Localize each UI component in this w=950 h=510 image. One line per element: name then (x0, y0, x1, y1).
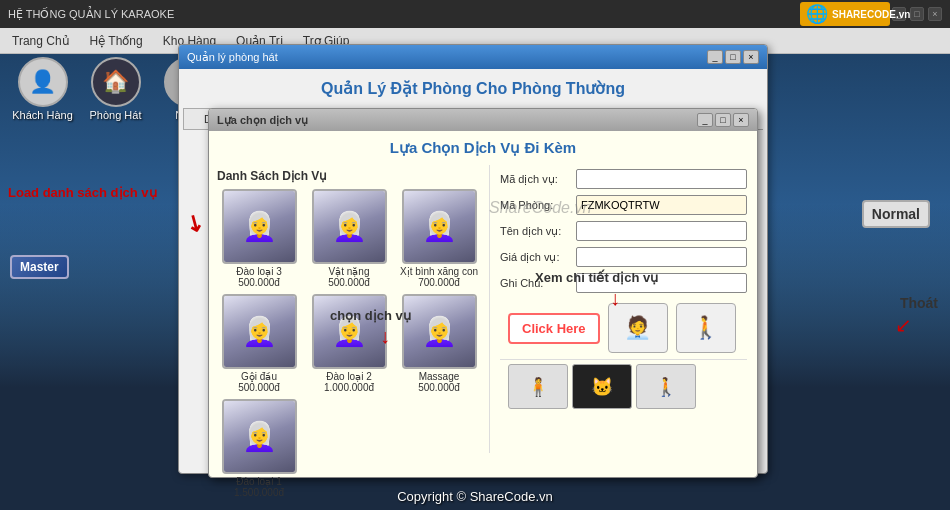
watermark: ShareCode.vn (489, 199, 591, 217)
annotation-xem-chitiet: Xem chi tiết dịch vụ (535, 270, 658, 285)
field-row-giadv: Giá dịch vụ: (500, 247, 747, 267)
service-price-5: 500.000đ (418, 382, 460, 393)
gia-dv-input[interactable] (576, 247, 747, 267)
modal-service-minimize[interactable]: _ (697, 113, 713, 127)
service-img-5: 👩‍🦳 (402, 294, 477, 369)
nav-he-thong[interactable]: Hệ Thống (86, 32, 147, 50)
service-list-title: Danh Sách Dịch Vụ (217, 169, 481, 183)
arrow-xem-chitiet: ↓ (610, 287, 620, 310)
khach-hang-avatar: 👤 (18, 57, 68, 107)
sharecode-logo: 🌐 SHARECODE.vn (800, 2, 890, 26)
nav-trang-chu[interactable]: Trang Chủ (8, 32, 74, 50)
modal-service-title-text: Lựa chọn dịch vụ (217, 114, 308, 127)
modal-service: Lựa chọn dịch vụ _ □ × Lựa Chọn Dịch Vụ … (208, 108, 758, 478)
service-img-1: 👩‍🦳 (312, 189, 387, 264)
service-img-0: 👩‍🦳 (222, 189, 297, 264)
modal-main-close[interactable]: × (743, 50, 759, 64)
maximize-btn[interactable]: □ (910, 7, 924, 21)
modal-service-close[interactable]: × (733, 113, 749, 127)
view-service-button[interactable]: 🧑‍💼 (608, 303, 668, 353)
bottom-image-strip: 🧍 🐱 🚶 (500, 359, 747, 413)
arrow-chon-dv: ↓ (380, 325, 390, 348)
service-price-0: 500.000đ (238, 277, 280, 288)
modal-service-header: Lựa Chọn Dịch Vụ Đi Kèm (209, 131, 757, 165)
service-price-1: 500.000đ (328, 277, 370, 288)
service-item-6[interactable]: 👩‍🦳 Đào loại 1 1.500.000đ (217, 399, 301, 498)
phong-hat-avatar: 🏠 (91, 57, 141, 107)
modal-main-maximize[interactable]: □ (725, 50, 741, 64)
phong-hat-label: Phòng Hát (90, 109, 142, 121)
service-img-6: 👩‍🦳 (222, 399, 297, 474)
service-grid: 👩‍🦳 Đào loại 3 500.000đ 👩‍🦳 Vật nặng 500… (217, 189, 481, 498)
modal-service-title-bar: Lựa chọn dịch vụ _ □ × (209, 109, 757, 131)
service-img-inner-4: 👩‍🦳 (314, 296, 385, 367)
service-name-6: Đào loại 1 (236, 476, 281, 487)
service-img-2: 👩‍🦳 (402, 189, 477, 264)
service-price-4: 1.000.000đ (324, 382, 374, 393)
modal-service-maximize[interactable]: □ (715, 113, 731, 127)
field-row-madv: Mã dịch vụ: (500, 169, 747, 189)
modal-main-header: Quản Lý Đặt Phòng Cho Phòng Thường (179, 69, 767, 108)
service-name-5: Massage (419, 371, 460, 382)
ma-phong-input[interactable] (576, 195, 747, 215)
service-item-0[interactable]: 👩‍🦳 Đào loại 3 500.000đ (217, 189, 301, 288)
master-badge: Master (10, 255, 69, 279)
icon-khach-hang[interactable]: 👤 Khách Hàng (10, 57, 75, 121)
service-name-2: Xịt bình xăng con (400, 266, 478, 277)
service-price-3: 500.000đ (238, 382, 280, 393)
view-icon: 🧑‍💼 (624, 315, 651, 341)
gia-dv-label: Giá dịch vụ: (500, 251, 570, 264)
annotation-chon-dv: chọn dịch vụ (330, 308, 411, 323)
ma-dv-label: Mã dịch vụ: (500, 173, 570, 186)
service-name-0: Đào loại 3 (236, 266, 281, 277)
modal-main-title: Quản lý phòng hát (187, 51, 278, 64)
service-item-2[interactable]: 👩‍🦳 Xịt bình xăng con 700.000đ (397, 189, 481, 288)
action-buttons: Click Here 🧑‍💼 🚶 (500, 299, 747, 357)
sharecode-text: SHARECODE.vn (832, 9, 910, 20)
close-btn[interactable]: × (928, 7, 942, 21)
service-img-4: 👩‍🦳 (312, 294, 387, 369)
strip-item-2[interactable]: 🚶 (636, 364, 696, 409)
icon-phong-hat[interactable]: 🏠 Phòng Hát (83, 57, 148, 121)
service-price-6: 1.500.000đ (234, 487, 284, 498)
ten-dv-label: Tên dịch vụ: (500, 225, 570, 238)
exit-icon: 🚶 (692, 315, 719, 341)
modal-main-controls: _ □ × (707, 50, 759, 64)
app-title: HỆ THỐNG QUẢN LÝ KARAOKE (8, 8, 174, 21)
service-img-3: 👩‍🦳 (222, 294, 297, 369)
khach-hang-label: Khách Hàng (12, 109, 73, 121)
service-item-1[interactable]: 👩‍🦳 Vật nặng 500.000đ (307, 189, 391, 288)
field-row-tendv: Tên dịch vụ: (500, 221, 747, 241)
service-item-3[interactable]: 👩‍🦳 Gội đầu 500.000đ (217, 294, 301, 393)
service-body: Danh Sách Dịch Vụ 👩‍🦳 Đào loại 3 500.000… (209, 165, 757, 453)
modal-main-minimize[interactable]: _ (707, 50, 723, 64)
service-price-2: 700.000đ (418, 277, 460, 288)
service-img-inner-6: 👩‍🦳 (224, 401, 295, 472)
service-name-3: Gội đầu (241, 371, 277, 382)
service-img-inner-5: 👩‍🦳 (404, 296, 475, 367)
service-name-1: Vật nặng (329, 266, 370, 277)
arrow-thoat: ↙ (895, 313, 912, 337)
ten-dv-input[interactable] (576, 221, 747, 241)
click-here-button[interactable]: Click Here (508, 313, 600, 344)
normal-badge: Normal (862, 200, 930, 228)
strip-item-0[interactable]: 🧍 (508, 364, 568, 409)
ma-dv-input[interactable] (576, 169, 747, 189)
strip-item-1[interactable]: 🐱 (572, 364, 632, 409)
modal-main-title-bar: Quản lý phòng hát _ □ × (179, 45, 767, 69)
exit-button[interactable]: 🚶 (676, 303, 736, 353)
service-img-inner-2: 👩‍🦳 (404, 191, 475, 262)
service-img-inner-3: 👩‍🦳 (224, 296, 295, 367)
service-img-inner-0: 👩‍🦳 (224, 191, 295, 262)
annotation-load-ds: Load danh sách dịch vụ (8, 185, 157, 200)
service-name-4: Đào loại 2 (326, 371, 371, 382)
annotation-thoat: Thoát (900, 295, 938, 311)
service-img-inner-1: 👩‍🦳 (314, 191, 385, 262)
modal-service-controls: _ □ × (697, 113, 749, 127)
